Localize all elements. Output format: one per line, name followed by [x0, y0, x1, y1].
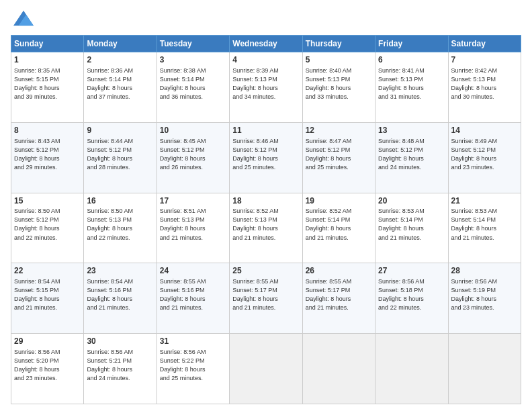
day-number: 5 — [306, 54, 372, 66]
day-info: Sunrise: 8:48 AM Sunset: 5:12 PM Dayligh… — [378, 137, 445, 172]
calendar-cell: 8Sunrise: 8:43 AM Sunset: 5:12 PM Daylig… — [11, 122, 84, 193]
calendar-day-header: Monday — [84, 36, 157, 52]
calendar-cell: 10Sunrise: 8:45 AM Sunset: 5:12 PM Dayli… — [157, 122, 229, 193]
day-number: 27 — [378, 265, 445, 277]
calendar-cell: 1Sunrise: 8:35 AM Sunset: 5:15 PM Daylig… — [11, 52, 84, 123]
day-info: Sunrise: 8:36 AM Sunset: 5:14 PM Dayligh… — [87, 66, 153, 101]
day-info: Sunrise: 8:55 AM Sunset: 5:17 PM Dayligh… — [232, 277, 299, 312]
day-number: 21 — [451, 195, 518, 207]
day-info: Sunrise: 8:52 AM Sunset: 5:13 PM Dayligh… — [232, 207, 299, 242]
day-number: 20 — [378, 195, 445, 207]
calendar-cell — [448, 334, 521, 404]
day-number: 9 — [87, 125, 153, 136]
day-info: Sunrise: 8:50 AM Sunset: 5:12 PM Dayligh… — [14, 207, 81, 242]
day-number: 4 — [232, 54, 299, 66]
calendar-cell: 22Sunrise: 8:54 AM Sunset: 5:15 PM Dayli… — [11, 263, 84, 334]
logo-icon — [13, 8, 34, 28]
calendar-cell — [230, 334, 302, 404]
day-number: 3 — [160, 54, 226, 66]
calendar-cell: 17Sunrise: 8:51 AM Sunset: 5:13 PM Dayli… — [157, 193, 229, 263]
day-info: Sunrise: 8:45 AM Sunset: 5:12 PM Dayligh… — [160, 137, 226, 172]
logo — [11, 11, 34, 28]
calendar-cell: 29Sunrise: 8:56 AM Sunset: 5:20 PM Dayli… — [11, 334, 84, 404]
day-number: 2 — [87, 54, 153, 66]
calendar-cell — [375, 334, 448, 404]
calendar-cell: 20Sunrise: 8:53 AM Sunset: 5:14 PM Dayli… — [375, 193, 448, 263]
calendar-cell: 18Sunrise: 8:52 AM Sunset: 5:13 PM Dayli… — [230, 193, 302, 263]
day-info: Sunrise: 8:46 AM Sunset: 5:12 PM Dayligh… — [232, 137, 299, 172]
day-number: 11 — [232, 125, 299, 136]
calendar-cell: 6Sunrise: 8:41 AM Sunset: 5:13 PM Daylig… — [375, 52, 448, 123]
day-number: 6 — [378, 54, 445, 66]
calendar-cell: 9Sunrise: 8:44 AM Sunset: 5:12 PM Daylig… — [84, 122, 157, 193]
day-number: 15 — [14, 195, 81, 207]
calendar-header-row: SundayMondayTuesdayWednesdayThursdayFrid… — [11, 36, 521, 52]
calendar-cell: 15Sunrise: 8:50 AM Sunset: 5:12 PM Dayli… — [11, 193, 84, 263]
calendar-cell: 13Sunrise: 8:48 AM Sunset: 5:12 PM Dayli… — [375, 122, 448, 193]
calendar-cell: 30Sunrise: 8:56 AM Sunset: 5:21 PM Dayli… — [84, 334, 157, 404]
day-info: Sunrise: 8:54 AM Sunset: 5:16 PM Dayligh… — [87, 277, 153, 312]
day-number: 14 — [451, 125, 518, 136]
day-number: 24 — [160, 265, 226, 277]
day-info: Sunrise: 8:50 AM Sunset: 5:13 PM Dayligh… — [87, 207, 153, 242]
calendar-week-row: 1Sunrise: 8:35 AM Sunset: 5:15 PM Daylig… — [11, 52, 521, 123]
day-number: 8 — [14, 125, 81, 136]
day-number: 30 — [87, 336, 153, 347]
calendar-week-row: 15Sunrise: 8:50 AM Sunset: 5:12 PM Dayli… — [11, 193, 521, 263]
day-number: 25 — [232, 265, 299, 277]
calendar-cell: 23Sunrise: 8:54 AM Sunset: 5:16 PM Dayli… — [84, 263, 157, 334]
day-number: 29 — [14, 336, 81, 347]
header — [11, 11, 521, 28]
day-info: Sunrise: 8:55 AM Sunset: 5:16 PM Dayligh… — [160, 277, 226, 312]
calendar-cell: 5Sunrise: 8:40 AM Sunset: 5:13 PM Daylig… — [302, 52, 375, 123]
calendar-day-header: Thursday — [302, 36, 375, 52]
calendar-cell: 12Sunrise: 8:47 AM Sunset: 5:12 PM Dayli… — [302, 122, 375, 193]
calendar-table: SundayMondayTuesdayWednesdayThursdayFrid… — [11, 35, 521, 404]
day-info: Sunrise: 8:40 AM Sunset: 5:13 PM Dayligh… — [306, 66, 372, 101]
main-container: SundayMondayTuesdayWednesdayThursdayFrid… — [0, 0, 532, 411]
day-number: 10 — [160, 125, 226, 136]
day-info: Sunrise: 8:44 AM Sunset: 5:12 PM Dayligh… — [87, 137, 153, 172]
day-number: 12 — [306, 125, 372, 136]
day-number: 7 — [451, 54, 518, 66]
calendar-day-header: Tuesday — [157, 36, 229, 52]
calendar-cell: 28Sunrise: 8:56 AM Sunset: 5:19 PM Dayli… — [448, 263, 521, 334]
day-info: Sunrise: 8:47 AM Sunset: 5:12 PM Dayligh… — [306, 137, 372, 172]
day-info: Sunrise: 8:56 AM Sunset: 5:22 PM Dayligh… — [160, 348, 226, 383]
day-number: 26 — [306, 265, 372, 277]
day-info: Sunrise: 8:41 AM Sunset: 5:13 PM Dayligh… — [378, 66, 445, 101]
day-info: Sunrise: 8:42 AM Sunset: 5:13 PM Dayligh… — [451, 66, 518, 101]
day-number: 28 — [451, 265, 518, 277]
calendar-cell: 14Sunrise: 8:49 AM Sunset: 5:12 PM Dayli… — [448, 122, 521, 193]
day-info: Sunrise: 8:51 AM Sunset: 5:13 PM Dayligh… — [160, 207, 226, 242]
calendar-cell: 25Sunrise: 8:55 AM Sunset: 5:17 PM Dayli… — [230, 263, 302, 334]
day-info: Sunrise: 8:56 AM Sunset: 5:19 PM Dayligh… — [451, 277, 518, 312]
day-info: Sunrise: 8:56 AM Sunset: 5:21 PM Dayligh… — [87, 348, 153, 383]
calendar-day-header: Saturday — [448, 36, 521, 52]
day-number: 23 — [87, 265, 153, 277]
calendar-week-row: 22Sunrise: 8:54 AM Sunset: 5:15 PM Dayli… — [11, 263, 521, 334]
day-info: Sunrise: 8:56 AM Sunset: 5:20 PM Dayligh… — [14, 348, 81, 383]
day-info: Sunrise: 8:38 AM Sunset: 5:14 PM Dayligh… — [160, 66, 226, 101]
calendar-cell: 19Sunrise: 8:52 AM Sunset: 5:14 PM Dayli… — [302, 193, 375, 263]
day-number: 18 — [232, 195, 299, 207]
calendar-cell: 4Sunrise: 8:39 AM Sunset: 5:13 PM Daylig… — [230, 52, 302, 123]
day-number: 1 — [14, 54, 81, 66]
day-info: Sunrise: 8:52 AM Sunset: 5:14 PM Dayligh… — [306, 207, 372, 242]
day-number: 22 — [14, 265, 81, 277]
day-number: 31 — [160, 336, 226, 347]
calendar-week-row: 8Sunrise: 8:43 AM Sunset: 5:12 PM Daylig… — [11, 122, 521, 193]
calendar-cell: 24Sunrise: 8:55 AM Sunset: 5:16 PM Dayli… — [157, 263, 229, 334]
calendar-week-row: 29Sunrise: 8:56 AM Sunset: 5:20 PM Dayli… — [11, 334, 521, 404]
day-number: 13 — [378, 125, 445, 136]
day-info: Sunrise: 8:55 AM Sunset: 5:17 PM Dayligh… — [306, 277, 372, 312]
day-info: Sunrise: 8:54 AM Sunset: 5:15 PM Dayligh… — [14, 277, 81, 312]
calendar-day-header: Wednesday — [230, 36, 302, 52]
day-info: Sunrise: 8:43 AM Sunset: 5:12 PM Dayligh… — [14, 137, 81, 172]
calendar-cell: 11Sunrise: 8:46 AM Sunset: 5:12 PM Dayli… — [230, 122, 302, 193]
calendar-cell: 26Sunrise: 8:55 AM Sunset: 5:17 PM Dayli… — [302, 263, 375, 334]
calendar-cell: 2Sunrise: 8:36 AM Sunset: 5:14 PM Daylig… — [84, 52, 157, 123]
day-info: Sunrise: 8:35 AM Sunset: 5:15 PM Dayligh… — [14, 66, 81, 101]
day-number: 19 — [306, 195, 372, 207]
calendar-day-header: Sunday — [11, 36, 84, 52]
